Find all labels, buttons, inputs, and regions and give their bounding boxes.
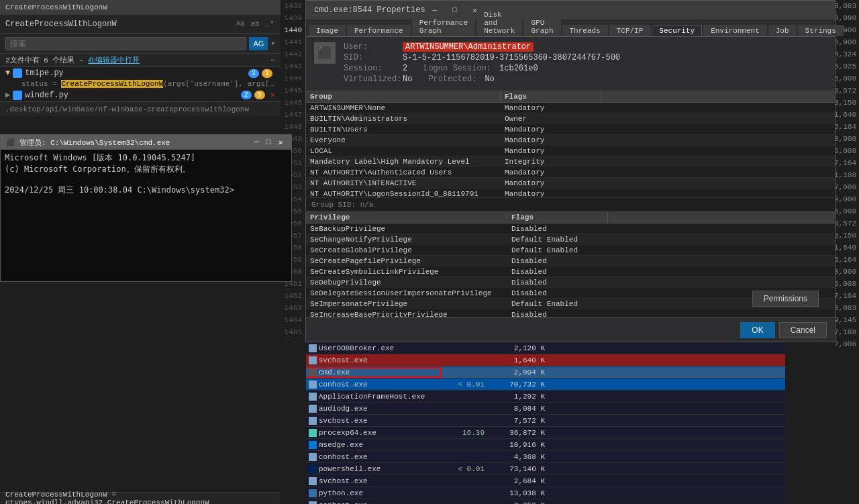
line-number-1463: 1463 <box>281 302 306 314</box>
tab-security[interactable]: Security <box>652 25 702 36</box>
proc-mem: 8,084 K <box>487 405 548 413</box>
match-case-icon[interactable]: Aa <box>235 19 246 30</box>
proc-icon <box>309 465 317 473</box>
close-file-icon[interactable]: ✕ <box>270 90 275 100</box>
cmd-close-button[interactable]: ✕ <box>275 137 286 148</box>
group-flags: Mandatory <box>501 136 601 144</box>
process-row[interactable]: conhost.exe < 0.01 70,732 K 91,724 <box>306 379 859 391</box>
props-tabs: ImagePerformancePerformance GraphDisk an… <box>306 19 835 37</box>
tab-tcp/ip[interactable]: TCP/IP <box>609 25 651 36</box>
file-entry-windef[interactable]: ▶ windef.py 2 5 ✕ <box>0 89 281 101</box>
priv-row[interactable]: SeChangeNotifyPrivilegeDefault Enabled <box>306 234 835 245</box>
group-flags: Mandatory <box>501 190 601 198</box>
proc-mem: 70,732 K <box>487 381 548 389</box>
process-list-area: UserOOBBroker.exe 2,120 K 10,772 svchost… <box>306 342 859 504</box>
proc-name-cell: svchost.exe <box>306 477 440 485</box>
process-row[interactable]: conhost.exe 2,852 K 9,372 <box>306 499 859 504</box>
props-body: ⬛ User: ARTWINSUMMER\Administrator SID: … <box>306 37 835 317</box>
process-row[interactable]: ApplicationFrameHost.exe 1,292 K 7,064 <box>306 391 859 403</box>
group-row[interactable]: Mandatory Label\High Mandatory LevelInte… <box>306 156 835 167</box>
tab-threads[interactable]: Threads <box>562 25 608 36</box>
tab-strings[interactable]: Strings <box>798 25 844 36</box>
process-row[interactable]: cmd.exe 2,904 K 13,624 <box>306 366 859 379</box>
proc-icon <box>309 356 317 364</box>
proc-name: audiodg.exe <box>319 405 368 413</box>
cancel-button[interactable]: Cancel <box>779 322 827 338</box>
search-bar: AG ▾ <box>0 34 281 54</box>
code-line: CreateProcessWithLogonW = ctypes.windll.… <box>0 492 281 504</box>
search-input[interactable] <box>5 37 246 50</box>
group-row[interactable]: ARTWINSUMMER\NoneMandatory <box>306 103 835 113</box>
group-flags: Mandatory <box>501 104 601 112</box>
groups-table-body[interactable]: ARTWINSUMMER\NoneMandatoryBUILTIN\Admini… <box>306 103 835 197</box>
group-col-header: Group <box>306 91 501 102</box>
match-line-tmipe-1[interactable]: status = CreateProcessWithLogonW(args['u… <box>0 79 281 89</box>
process-row[interactable]: conhost.exe 4,368 K 21,224 <box>306 451 859 463</box>
group-row[interactable]: NT AUTHORITY\LogonSessionId_0_88119791Ma… <box>306 189 835 197</box>
cmd-maximize-button[interactable]: □ <box>263 137 274 148</box>
open-editor-link[interactable]: 在编辑器中打开 <box>88 55 140 65</box>
group-row[interactable]: LOCALMandatory <box>306 146 835 156</box>
props-title-buttons: — □ ✕ <box>425 3 485 17</box>
priv-col-header: Privilege <box>306 212 507 223</box>
search-button[interactable]: AG <box>249 37 268 50</box>
proc-name-cell: ApplicationFrameHost.exe <box>306 393 440 401</box>
group-row[interactable]: BUILTIN\AdministratorsOwner <box>306 113 835 124</box>
process-row[interactable]: svchost.exe 1,640 K 9,116 <box>306 354 859 366</box>
priv-row[interactable]: SeBackupPrivilegeDisabled <box>306 223 835 234</box>
props-minimize-button[interactable]: — <box>425 3 444 17</box>
tab-job[interactable]: Job <box>768 25 797 36</box>
group-row[interactable]: NT AUTHORITY\Authenticated UsersMandator… <box>306 167 835 178</box>
proc-mem: 10,916 K <box>487 441 548 449</box>
more-options-icon[interactable]: ⋯ <box>270 56 275 64</box>
process-row[interactable]: msedge.exe 10,916 K 34,624 <box>306 439 859 451</box>
priv-row[interactable]: SeCreateSymbolicLinkPrivilegeDisabled <box>306 266 835 277</box>
tab-gpu-graph[interactable]: GPU Graph <box>523 17 560 36</box>
user-label: User: <box>344 42 397 52</box>
cmd-body[interactable]: Microsoft Windows [版本 10.0.19045.5247] (… <box>1 150 291 281</box>
file-entry-tmipe[interactable]: ▼ tmipe.py 2 1 <box>0 67 281 79</box>
proc-cpu: < 0.01 <box>440 465 487 473</box>
user-row: User: ARTWINSUMMER\Administrator <box>344 42 827 52</box>
tab-performance[interactable]: Performance <box>347 25 411 36</box>
ok-button[interactable]: OK <box>740 322 774 338</box>
proc-mem: 13,038 K <box>487 489 548 497</box>
priv-row[interactable]: SeCreateGlobalPrivilegeDefault Enabled <box>306 245 835 256</box>
permissions-button[interactable]: Permissions <box>752 291 819 307</box>
proc-mem: 4,368 K <box>487 453 548 461</box>
priv-row[interactable]: SeCreatePagefilePrivilegeDisabled <box>306 256 835 266</box>
file-path: .desktop/api/winbase/nf-winbase-createpr… <box>5 105 249 113</box>
props-titlebar: cmd.exe:8544 Properties — □ ✕ <box>306 1 835 19</box>
cmd-minimize-button[interactable]: — <box>251 137 262 148</box>
process-row[interactable]: powershell.exe < 0.01 73,140 K 91,724 <box>306 463 859 475</box>
session-row: Session: 2 Logon Session: 1cb261e0 <box>344 64 827 73</box>
group-name: BUILTIN\Administrators <box>306 115 501 123</box>
proc-name-cell: conhost.exe <box>306 453 440 461</box>
tab-environment[interactable]: Environment <box>703 25 767 36</box>
line-number-1466: 1466 <box>281 338 306 342</box>
tab-image[interactable]: Image <box>309 25 346 36</box>
group-row[interactable]: NT AUTHORITY\INTERACTIVEMandatory <box>306 178 835 189</box>
priv-flags: Disabled <box>507 225 608 233</box>
line-number-1442: 1442 <box>281 48 306 60</box>
group-row[interactable]: BUILTIN\UsersMandatory <box>306 124 835 135</box>
process-row[interactable]: svchost.exe 7,572 K 15,324 <box>306 415 859 427</box>
group-row[interactable]: EveryoneMandatory <box>306 135 835 146</box>
process-row[interactable]: procexp64.exe 16.39 36,872 K 69,764 <box>306 427 859 439</box>
tab-disk-and-network[interactable]: Disk and Network <box>476 9 522 36</box>
process-row[interactable]: svchost.exe 2,684 K 13,132 <box>306 475 859 487</box>
proc-name: procexp64.exe <box>319 429 376 437</box>
priv-row[interactable]: SeDebugPrivilegeDisabled <box>306 277 835 288</box>
scrollbar-spacer <box>601 91 607 102</box>
whole-word-icon[interactable]: ab <box>250 19 260 30</box>
regex-icon[interactable]: .* <box>264 19 275 30</box>
group-sid-row: Group SID: n/a <box>306 197 835 211</box>
proc-mem: 73,140 K <box>487 465 548 473</box>
props-maximize-button[interactable]: □ <box>446 3 464 17</box>
process-row[interactable]: python.exe 13,038 K 23,624 <box>306 487 859 499</box>
tab-performance-graph[interactable]: Performance Graph <box>412 17 476 36</box>
process-row[interactable]: audiodg.exe 8,084 K 14,376 <box>306 403 859 415</box>
line-number-1464: 1464 <box>281 314 306 326</box>
priv-row[interactable]: SeIncreaseBasePriorityPrivilegeDisabled <box>306 309 835 317</box>
process-row[interactable]: UserOOBBroker.exe 2,120 K 10,772 <box>306 342 859 354</box>
